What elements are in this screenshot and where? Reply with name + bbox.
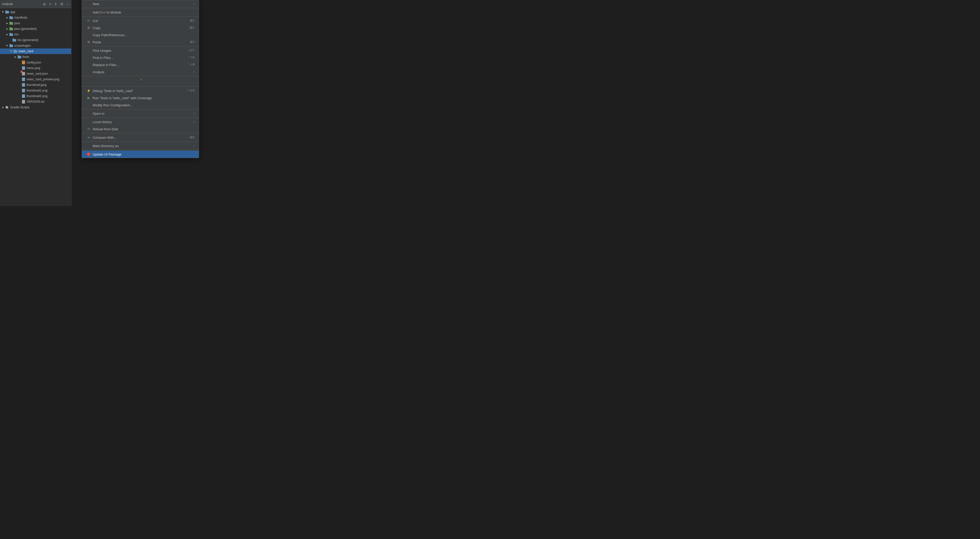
menu-label-run-coverage: Run 'Tests in 'hello_card'' with Coverag… — [93, 96, 195, 100]
tree-item-config-json[interactable]: ▶ config.json — [0, 60, 71, 65]
tree-label-app: app — [10, 10, 15, 14]
tree-item-thumbnail-jpeg[interactable]: ▶ thumbnail.jpeg — [0, 82, 71, 88]
tree-label-java-gen: java (generated) — [14, 27, 37, 30]
svg-rect-24 — [22, 94, 25, 98]
menu-item-modify-run[interactable]: Modify Run Configuration... — [82, 101, 199, 109]
minimize-icon[interactable]: – — [66, 2, 69, 6]
tree-item-app[interactable]: ▶ app — [0, 9, 71, 15]
menu-item-copy-path[interactable]: Copy Path/Reference... — [82, 32, 199, 38]
svg-rect-21 — [22, 78, 25, 81]
context-menu-panel: New › Add C++ to Module ✂ Cut ⌘X ⧉ Copy … — [72, 0, 372, 206]
svg-rect-22 — [22, 83, 25, 87]
menu-label-find-usages: Find Usages — [93, 49, 183, 52]
tree-item-java[interactable]: ▶ java — [0, 21, 71, 26]
chevron-news-card: ▶ — [9, 49, 13, 53]
find-usages-shortcut: ⌥F7 — [188, 49, 195, 52]
tree-label-fonts: fonts — [22, 55, 29, 59]
file-icon-news-card-preview — [21, 77, 25, 81]
tree-item-manifests[interactable]: ▶ manifests — [0, 15, 71, 21]
paste-icon: ⧉ — [86, 40, 91, 44]
file-icon-menu — [21, 66, 25, 70]
tree-label-menu-png: menu.png — [27, 66, 40, 70]
java-gen-suffix: (generated) — [21, 27, 37, 30]
menu-item-new[interactable]: New › — [82, 0, 199, 7]
tree-label-config-json: config.json — [27, 61, 41, 64]
svg-rect-5 — [10, 22, 11, 23]
tree-item-news-card-json[interactable]: ▶ news_card.json — [0, 71, 71, 76]
divider-8 — [82, 133, 199, 133]
tree-item-news-card-preview[interactable]: ▶ news_card_preview.png — [0, 76, 71, 82]
tree-item-thumbnail2-png[interactable]: ▶ thumbnail2.png — [0, 94, 71, 99]
collapse-all-icon[interactable]: ≡ — [48, 2, 52, 6]
menu-label-paste: Paste — [93, 40, 186, 44]
menu-item-compare-with[interactable]: ⇌ Compare With... ⌘D — [82, 134, 199, 141]
cut-icon: ✂ — [86, 19, 91, 23]
tree-item-version-txt[interactable]: ▶ VERSION.txt — [0, 99, 71, 105]
menu-item-cut[interactable]: ✂ Cut ⌘X — [82, 17, 199, 24]
cut-shortcut: ⌘X — [189, 19, 195, 22]
menu-label-new: New — [93, 2, 192, 6]
menu-label-modify-run: Modify Run Configuration... — [93, 103, 195, 107]
svg-rect-19 — [22, 66, 25, 70]
menu-item-analyze[interactable]: Analyze › — [82, 68, 199, 76]
menu-item-local-history[interactable]: Local History › — [82, 118, 199, 125]
copy-shortcut: ⌘C — [189, 26, 195, 30]
tree-label-version-txt: VERSION.txt — [27, 100, 45, 103]
menu-item-copy[interactable]: ⧉ Copy ⌘C — [82, 24, 199, 32]
tree-item-gradle-scripts[interactable]: ▶ 🐘 Gradle Scripts — [0, 105, 71, 110]
menu-item-paste[interactable]: ⧉ Paste ⌘V — [82, 38, 199, 46]
menu-item-find-files[interactable]: Find in Files... ⌃⇧F — [82, 54, 199, 61]
menu-item-debug[interactable]: ⚡ Debug 'Tests in 'hello_card'' ⌃⇧F9 — [82, 87, 199, 94]
reload-disk-icon: ↺ — [86, 127, 91, 131]
menu-item-find-usages[interactable]: Find Usages ⌥F7 — [82, 47, 199, 54]
tree-label-thumbnail1-png: thumbnail1.png — [27, 89, 48, 92]
menu-item-reload-disk[interactable]: ↺ Reload from Disk — [82, 125, 199, 133]
menu-label-copy-path: Copy Path/Reference... — [93, 33, 195, 37]
tree-label-news-card: news_card — [18, 49, 33, 53]
divider-10 — [82, 150, 199, 150]
folder-icon-fonts — [18, 55, 21, 59]
sync-icon[interactable]: ⊕ — [42, 2, 46, 6]
tree-label-thumbnail-jpeg: thumbnail.jpeg — [27, 83, 46, 87]
folder-icon-app — [5, 10, 9, 14]
tree-item-news-card[interactable]: ▶ news_card — [0, 48, 71, 54]
menu-item-replace-files[interactable]: Replace in Files... ⌃⇧R — [82, 61, 199, 68]
menu-item-add-cpp[interactable]: Add C++ to Module — [82, 9, 199, 16]
tree-label-ui-packages: ui-packages — [14, 44, 31, 48]
tree-item-res-generated[interactable]: ▶ res (generated) — [0, 37, 71, 43]
tree-label-java: java — [14, 21, 20, 25]
svg-rect-3 — [10, 16, 11, 17]
tree-label-news-card-preview: news_card_preview.png — [27, 78, 59, 81]
expand-icon[interactable]: ⥮ — [54, 2, 58, 6]
file-icon-news-card-json — [21, 71, 25, 76]
chevron-app: ▶ — [1, 10, 5, 14]
paste-shortcut: ⌘V — [189, 40, 195, 44]
tree-label-res-gen: res (generated) — [18, 38, 38, 42]
settings-icon[interactable]: ⚙ — [60, 2, 64, 6]
tree-item-ui-packages[interactable]: ▶ ui-packages — [0, 43, 71, 48]
menu-item-run-coverage[interactable]: ▶ Run 'Tests in 'hello_card'' with Cover… — [82, 94, 199, 101]
folder-icon-res-gen — [12, 38, 16, 42]
gradle-icon: 🐘 — [5, 105, 9, 109]
local-history-arrow: › — [194, 120, 195, 124]
chevron-java: ▶ — [5, 21, 9, 25]
chevron-manifests: ▶ — [5, 16, 9, 20]
tree-item-fonts[interactable]: ▶ fonts — [0, 54, 71, 60]
tree-item-java-generated[interactable]: ▶ java (generated) — [0, 26, 71, 32]
menu-item-open-in[interactable]: Open In › — [82, 110, 199, 117]
file-icon-thumbnail-jpeg — [21, 83, 25, 87]
menu-label-update-ui: Update UI Package — [93, 152, 195, 156]
menu-item-mark-directory[interactable]: Mark Directory as › — [82, 142, 199, 149]
tree-item-res[interactable]: ▶ res — [0, 32, 71, 37]
folder-icon-ui-packages — [9, 44, 13, 48]
tree-item-menu-png[interactable]: ▶ menu.png — [0, 65, 71, 71]
svg-rect-13 — [10, 44, 11, 45]
chevron-java-gen: ▶ — [5, 27, 9, 31]
divider-3 — [82, 46, 199, 46]
svg-rect-1 — [5, 11, 7, 11]
menu-item-update-ui[interactable]: 🔴 Update UI Package — [82, 151, 199, 158]
svg-rect-15 — [14, 50, 15, 51]
tree-item-thumbnail1-png[interactable]: ▶ thumbnail1.png — [0, 88, 71, 94]
divider-5 — [82, 86, 199, 87]
file-icon-thumbnail1 — [21, 89, 25, 92]
